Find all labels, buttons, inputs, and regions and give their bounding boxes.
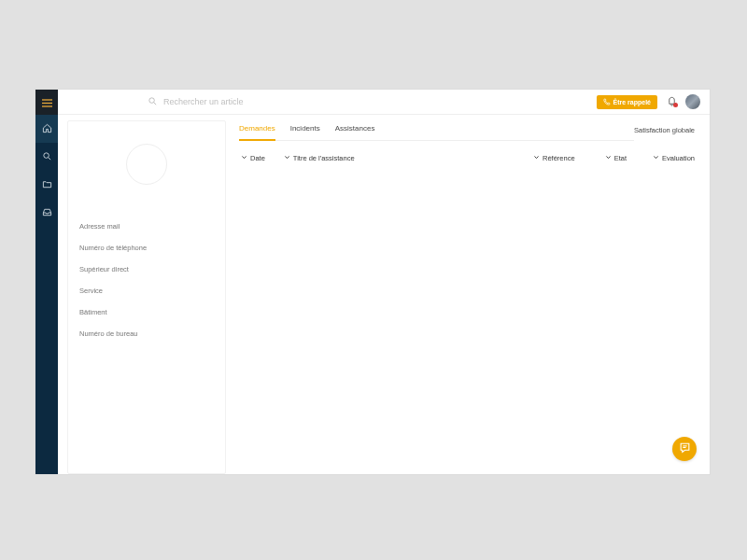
nav-home[interactable] xyxy=(35,115,58,143)
svg-point-5 xyxy=(149,98,155,104)
topbar-actions: Être rappelé xyxy=(597,94,710,109)
tabs: Demandes Incidents Assistances xyxy=(239,124,634,141)
callback-button[interactable]: Être rappelé xyxy=(597,95,657,109)
profile-field-email: Adresse mail xyxy=(79,222,214,231)
profile-field-service: Service xyxy=(79,287,214,295)
satisfaction-label: Satisfaction globale xyxy=(634,126,695,134)
search-icon xyxy=(148,93,158,110)
search-bar[interactable] xyxy=(148,93,597,110)
profile-panel: Adresse mail Numéro de téléphone Supérie… xyxy=(67,120,226,474)
table-header: Date Titre de l'assistance Référence Eta… xyxy=(239,154,695,162)
profile-fields: Adresse mail Numéro de téléphone Supérie… xyxy=(79,222,214,338)
notifications-button[interactable] xyxy=(665,95,678,108)
column-title[interactable]: Titre de l'assistance xyxy=(284,154,355,162)
svg-line-4 xyxy=(48,158,50,161)
column-state-label: Etat xyxy=(614,154,627,162)
nav-folder[interactable] xyxy=(35,171,58,199)
search-input[interactable] xyxy=(163,97,350,106)
column-date-label: Date xyxy=(250,154,265,162)
notification-dot xyxy=(673,103,678,107)
svg-point-3 xyxy=(43,153,49,159)
chat-icon xyxy=(679,441,691,457)
chevron-down-icon xyxy=(605,154,612,162)
profile-field-manager: Supérieur direct xyxy=(79,265,214,273)
profile-avatar-placeholder xyxy=(126,144,167,185)
column-reference-label: Référence xyxy=(543,154,575,162)
chevron-down-icon xyxy=(533,154,540,162)
search-icon xyxy=(42,148,52,165)
sidebar xyxy=(35,90,58,474)
column-evaluation[interactable]: Evaluation xyxy=(653,154,695,162)
profile-field-building: Bâtiment xyxy=(79,308,214,316)
folder-icon xyxy=(42,176,52,193)
avatar[interactable] xyxy=(685,94,700,109)
chevron-down-icon xyxy=(241,154,247,162)
main-content: Satisfaction globale Demandes Incidents … xyxy=(226,115,710,474)
nav-items xyxy=(35,115,58,227)
column-evaluation-label: Evaluation xyxy=(662,154,695,162)
column-reference[interactable]: Référence xyxy=(533,154,575,162)
profile-field-office: Numéro de bureau xyxy=(79,329,214,338)
inbox-icon xyxy=(42,204,52,221)
nav-inbox[interactable] xyxy=(35,199,58,227)
column-title-label: Titre de l'assistance xyxy=(293,154,355,162)
nav-search[interactable] xyxy=(35,143,58,171)
hamburger-icon xyxy=(42,94,52,111)
column-date[interactable]: Date xyxy=(241,154,265,162)
tab-incidents[interactable]: Incidents xyxy=(290,124,320,134)
chat-fab[interactable] xyxy=(672,437,697,461)
app-window: Être rappelé Adresse mail Numéro de télé… xyxy=(35,90,710,474)
topbar: Être rappelé xyxy=(35,90,710,115)
tab-assistances[interactable]: Assistances xyxy=(335,124,375,134)
menu-toggle-button[interactable] xyxy=(35,90,58,115)
phone-icon xyxy=(603,98,611,106)
profile-field-phone: Numéro de téléphone xyxy=(79,244,214,252)
chevron-down-icon xyxy=(653,154,659,162)
callback-label: Être rappelé xyxy=(613,99,651,105)
bell-icon xyxy=(667,93,677,110)
body: Adresse mail Numéro de téléphone Supérie… xyxy=(58,115,710,474)
column-state[interactable]: Etat xyxy=(605,154,627,162)
svg-line-6 xyxy=(154,103,157,105)
chevron-down-icon xyxy=(284,154,290,162)
home-icon xyxy=(42,120,52,137)
tab-demandes[interactable]: Demandes xyxy=(239,124,275,141)
